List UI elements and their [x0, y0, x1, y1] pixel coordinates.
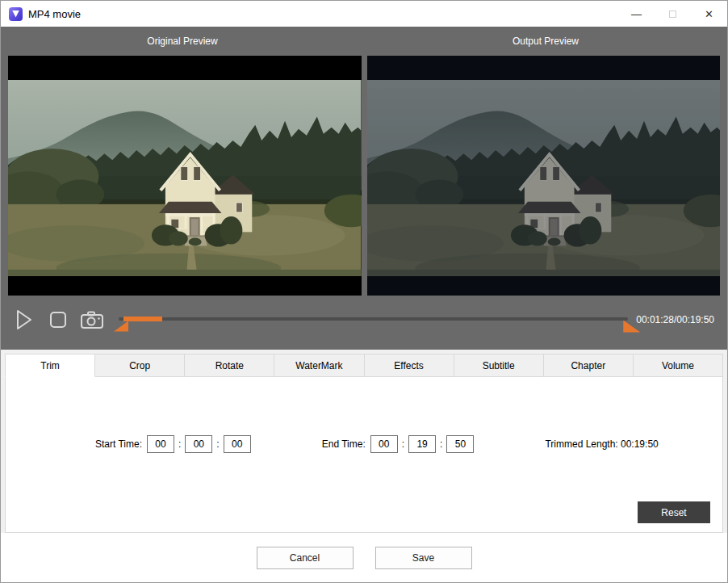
footer-bar: Cancel Save [1, 533, 727, 582]
preview-scene [367, 80, 721, 276]
tab-bar: Trim Crop Rotate WaterMark Effects Subti… [5, 354, 723, 377]
snapshot-camera-button[interactable] [80, 308, 104, 332]
playback-controls: 00:01:28/00:19:50 [1, 296, 727, 350]
end-hours-input[interactable] [370, 435, 398, 453]
media-section: Original Preview Output Preview [1, 27, 727, 350]
trim-tab-content: Start Time: : : End Time: : : Trimmed Le… [5, 377, 723, 533]
stop-button[interactable] [46, 308, 70, 332]
output-preview-video[interactable] [367, 56, 721, 296]
seek-bar[interactable] [119, 312, 628, 327]
window-title: MP4 movie [28, 8, 81, 20]
reset-button[interactable]: Reset [638, 501, 710, 523]
app-icon [9, 7, 23, 21]
output-preview-label: Output Preview [364, 27, 727, 56]
edit-panel: Trim Crop Rotate WaterMark Effects Subti… [1, 350, 727, 533]
titlebar: MP4 movie — ✕ [1, 1, 727, 27]
end-minutes-input[interactable] [408, 435, 436, 453]
original-preview-video[interactable] [8, 56, 362, 296]
app-window: MP4 movie — ✕ Original Preview Output Pr… [0, 0, 728, 583]
time-separator: : [402, 438, 404, 450]
start-time-label: Start Time: [95, 438, 142, 450]
trimmed-length-label: Trimmed Length: 00:19:50 [545, 438, 658, 450]
start-hours-input[interactable] [147, 435, 174, 453]
cancel-button[interactable]: Cancel [257, 547, 354, 569]
maximize-button [655, 1, 691, 27]
tab-crop[interactable]: Crop [95, 354, 185, 377]
end-time-label: End Time: [322, 438, 366, 450]
time-separator: : [216, 438, 219, 450]
seek-progress [123, 317, 161, 321]
end-seconds-input[interactable] [446, 435, 474, 453]
maximize-icon [669, 10, 676, 18]
time-separator: : [178, 438, 181, 450]
tab-rotate[interactable]: Rotate [185, 354, 274, 377]
trim-start-marker[interactable] [114, 321, 128, 332]
minimize-button[interactable]: — [618, 1, 655, 27]
close-button[interactable]: ✕ [691, 1, 727, 27]
start-seconds-input[interactable] [224, 435, 251, 453]
tab-effects[interactable]: Effects [365, 354, 454, 377]
tab-trim[interactable]: Trim [5, 354, 95, 377]
tab-volume[interactable]: Volume [634, 354, 723, 377]
original-preview-label: Original Preview [1, 27, 364, 56]
save-button[interactable]: Save [375, 547, 472, 569]
preview-scene [8, 80, 362, 276]
tab-chapter[interactable]: Chapter [544, 354, 634, 377]
play-button[interactable] [12, 308, 36, 332]
time-separator: : [440, 438, 442, 450]
time-display: 00:01:28/00:19:50 [636, 314, 714, 325]
start-minutes-input[interactable] [185, 435, 212, 453]
tab-watermark[interactable]: WaterMark [274, 354, 364, 377]
tab-subtitle[interactable]: Subtitle [454, 354, 544, 377]
seek-track[interactable] [119, 317, 628, 321]
